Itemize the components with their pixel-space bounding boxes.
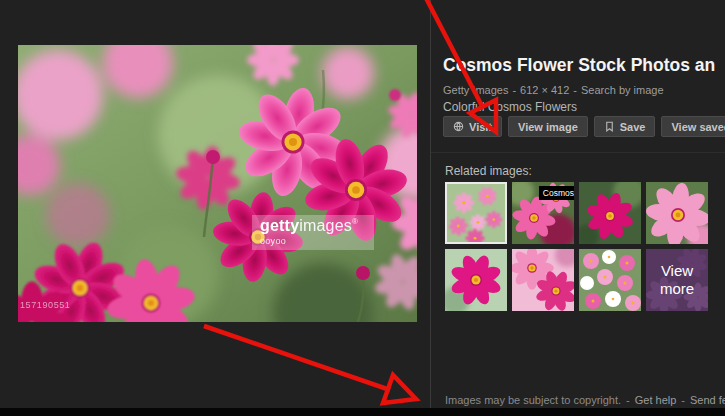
cosmos-photo bbox=[18, 45, 417, 322]
copyright-footer: Images may be subject to copyright.-Get … bbox=[445, 394, 725, 406]
related-thumbnail-2[interactable]: Cosmos bbox=[512, 182, 574, 244]
image-dimensions: 612 × 412 bbox=[520, 84, 569, 96]
view-saved-button[interactable]: View saved bbox=[661, 116, 725, 137]
copyright-notice: Images may be subject to copyright. bbox=[445, 394, 621, 406]
related-thumbnail-4[interactable] bbox=[646, 182, 708, 244]
result-title[interactable]: Cosmos Flower Stock Photos and Pic... bbox=[443, 55, 715, 76]
watermark-brand: gettyimages® bbox=[260, 218, 366, 235]
footer-separator: - bbox=[626, 394, 630, 406]
related-images-heading: Related images: bbox=[445, 164, 532, 178]
visit-label: Visit bbox=[469, 121, 492, 133]
view-image-label: View image bbox=[518, 121, 578, 133]
related-thumbnail-6[interactable] bbox=[512, 249, 574, 311]
bottom-bar bbox=[0, 408, 725, 416]
section-divider bbox=[431, 152, 725, 153]
get-help-link[interactable]: Get help bbox=[635, 394, 677, 406]
save-button[interactable]: Save bbox=[594, 116, 656, 137]
send-feedback-link[interactable]: Send feedback bbox=[690, 394, 725, 406]
save-label: Save bbox=[620, 121, 646, 133]
related-thumbnail-7[interactable] bbox=[579, 249, 641, 311]
view-image-button[interactable]: View image bbox=[508, 116, 588, 137]
visit-button[interactable]: Visit bbox=[443, 116, 502, 137]
view-saved-label: View saved bbox=[671, 121, 725, 133]
related-images-grid: Cosmos bbox=[445, 182, 708, 311]
action-buttons: Visit View image Save View saved Share bbox=[443, 116, 725, 137]
view-more-thumbnail[interactable]: View more bbox=[646, 249, 708, 311]
related-thumbnail-1[interactable] bbox=[445, 182, 507, 244]
view-more-overlay: View more bbox=[646, 249, 708, 311]
meta-separator: - bbox=[512, 84, 516, 96]
thumbnail-overlay-label: Cosmos bbox=[539, 186, 574, 200]
source-link[interactable]: Getty Images bbox=[443, 84, 508, 96]
panel-divider bbox=[430, 0, 431, 408]
watermark-credit: ooyoo bbox=[260, 237, 366, 246]
related-thumbnail-5[interactable] bbox=[445, 249, 507, 311]
bookmark-icon bbox=[604, 121, 615, 132]
related-thumbnail-3[interactable] bbox=[579, 182, 641, 244]
search-by-image-link[interactable]: Search by image bbox=[581, 84, 664, 96]
image-caption-link[interactable]: Colorful Cosmos Flowers bbox=[443, 100, 577, 114]
footer-separator: - bbox=[681, 394, 685, 406]
meta-separator: - bbox=[573, 84, 577, 96]
arrow-to-footer-head bbox=[383, 375, 416, 403]
result-meta: Getty Images-612 × 412-Search by image bbox=[443, 84, 664, 96]
globe-icon bbox=[453, 121, 464, 132]
image-preview[interactable]: gettyimages® ooyoo 157190551 bbox=[18, 45, 417, 322]
view-more-label: View more bbox=[655, 262, 699, 298]
arrow-to-footer-shaft bbox=[204, 326, 390, 390]
getty-watermark: gettyimages® ooyoo bbox=[252, 215, 374, 250]
image-id-label: 157190551 bbox=[20, 300, 70, 310]
